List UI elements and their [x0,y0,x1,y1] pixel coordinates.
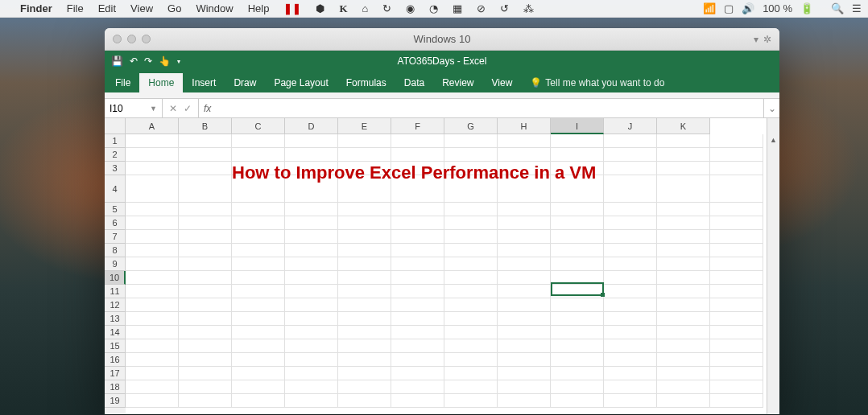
pause-icon[interactable]: ❚❚ [276,2,308,14]
cell[interactable] [657,353,710,367]
row-header[interactable]: 6 [105,216,126,230]
cell[interactable] [604,203,657,216]
formula-expand-icon[interactable]: ⌄ [763,99,779,117]
cell[interactable] [391,285,444,298]
cell[interactable] [444,244,498,257]
cell[interactable] [179,298,232,312]
cell[interactable] [444,353,498,367]
cell[interactable] [551,230,604,244]
cell[interactable] [657,244,710,257]
cell[interactable] [232,326,285,339]
row-header[interactable]: 7 [105,230,126,244]
cell[interactable] [232,312,285,326]
cell[interactable] [444,380,498,394]
cell[interactable] [391,326,444,339]
cell[interactable] [657,326,710,339]
cell[interactable] [657,339,710,353]
cell[interactable] [498,216,551,230]
cell[interactable] [285,339,338,353]
cell[interactable] [391,394,444,408]
tab-page-layout[interactable]: Page Layout [265,73,337,92]
cell[interactable] [338,312,391,326]
cell[interactable] [710,380,763,394]
cell[interactable] [657,203,710,216]
cell[interactable] [285,257,338,271]
row-header[interactable]: 10 [105,271,126,285]
cell[interactable] [391,380,444,394]
cell[interactable] [657,148,710,162]
cell[interactable] [657,394,710,408]
cell[interactable] [657,298,710,312]
cell[interactable] [285,203,338,216]
cell[interactable] [391,312,444,326]
cell[interactable] [232,394,285,408]
spotlight-icon[interactable]: 🔍 [831,2,844,14]
cell[interactable] [391,203,444,216]
cell[interactable] [710,298,763,312]
cell[interactable] [126,326,179,339]
cell[interactable] [179,339,232,353]
spreadsheet-grid[interactable]: 1 2 3 4 5 6 7 8 9 10 11 12 13 14 15 16 1… [105,118,779,414]
cell[interactable] [179,271,232,285]
cell[interactable] [710,326,763,339]
cell[interactable] [710,134,763,148]
menu-view[interactable]: View [123,2,160,14]
cell-content-row4[interactable]: How to Improve Excel Performance in a VM [232,159,596,187]
cell[interactable] [498,326,551,339]
cell[interactable] [444,298,498,312]
cell[interactable] [126,353,179,367]
cell[interactable] [391,230,444,244]
status-icon[interactable]: ◔ [422,2,445,14]
cell[interactable] [285,394,338,408]
cell[interactable] [179,285,232,298]
cell[interactable] [444,367,498,380]
cell[interactable] [710,203,763,216]
cell[interactable] [126,271,179,285]
cell[interactable] [657,285,710,298]
cell[interactable] [338,380,391,394]
cell[interactable] [444,257,498,271]
tab-file[interactable]: File [106,73,139,92]
cell[interactable] [604,271,657,285]
cell[interactable] [285,216,338,230]
cell[interactable] [498,203,551,216]
cell[interactable] [657,162,710,175]
formula-input[interactable] [216,103,763,114]
cell[interactable] [444,285,498,298]
select-all-corner[interactable] [105,118,126,134]
cell[interactable] [498,298,551,312]
cell[interactable] [551,134,604,148]
row-header[interactable]: 19 [105,394,126,408]
cloud-sync-icon[interactable]: ↻ [375,2,399,14]
cell[interactable] [179,326,232,339]
cell[interactable] [338,394,391,408]
cell[interactable] [391,353,444,367]
cell[interactable] [232,134,285,148]
cell[interactable] [551,326,604,339]
cell[interactable] [126,380,179,394]
airplay-icon[interactable]: ▢ [724,2,734,14]
row-header[interactable]: 9 [105,257,126,271]
cell[interactable] [710,312,763,326]
cell[interactable] [710,244,763,257]
cell[interactable] [551,394,604,408]
tell-me[interactable]: 💡 Tell me what you want to do [521,73,673,92]
row-header[interactable]: 15 [105,339,126,353]
cell[interactable] [444,326,498,339]
cell[interactable] [604,285,657,298]
battery-percent[interactable]: 100 % [763,2,792,14]
cell[interactable] [285,353,338,367]
cell[interactable] [232,216,285,230]
row-header[interactable]: 1 [105,134,126,148]
cell[interactable] [338,257,391,271]
cell[interactable] [338,203,391,216]
cell[interactable] [126,230,179,244]
cell[interactable] [338,271,391,285]
row-header[interactable]: 16 [105,353,126,367]
bluetooth-icon[interactable]: ⁂ [516,2,541,14]
cell[interactable] [444,134,498,148]
cell[interactable] [285,380,338,394]
cell[interactable] [551,285,604,298]
cell[interactable] [126,134,179,148]
wifi-icon[interactable]: 📶 [703,2,716,14]
